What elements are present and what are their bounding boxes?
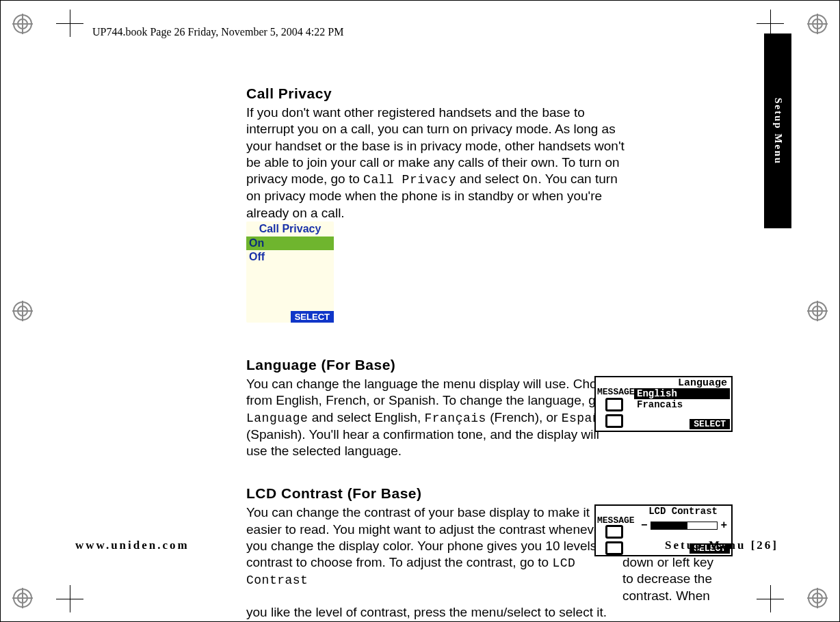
option-on: On [246,236,334,250]
screen-title: Language [678,377,727,389]
contrast-fill [651,522,687,529]
section-language: Language (For Base) You can change the l… [246,357,729,459]
contrast-track [651,522,718,530]
plus-icon: + [720,519,727,532]
screen-language: Language MESSAGE English Francais SELECT [594,376,733,432]
register-target-icon [807,301,828,321]
page-footer: www.uniden.com Setup Menu [26] [75,539,778,552]
register-target-icon [12,301,33,321]
screen-title: LCD Contrast [648,506,718,517]
register-target-icon [807,14,828,34]
message-icon-label: MESSAGE [597,515,635,526]
menu-ref-language: Language [246,411,308,425]
screen-title: Call Privacy [246,221,334,236]
minus-icon: − [641,519,648,532]
paragraph-call-privacy: If you don't want other registered hands… [246,105,633,221]
screen-call-privacy: Call Privacy On Off SELECT [246,221,334,331]
option-francais: Francais [634,399,730,410]
heading-lcd-contrast: LCD Contrast (For Base) [246,485,729,502]
footer-url: www.uniden.com [75,539,189,552]
option-off: Off [246,250,334,264]
tape-icon [605,398,626,427]
document-header: UP744.book Page 26 Friday, November 5, 2… [92,26,343,38]
menu-ref-francais: Français [424,411,486,425]
message-icon-label: MESSAGE [597,387,635,397]
section-tab: Setup Menu [764,33,791,228]
menu-ref-call-privacy: Call Privacy [363,173,456,187]
crop-mark-icon [757,585,784,612]
register-target-icon [12,588,33,608]
select-button-label: SELECT [690,419,730,429]
heading-call-privacy: Call Privacy [246,85,729,102]
section-call-privacy: Call Privacy If you don't want other reg… [246,85,729,331]
option-english: English [634,388,730,399]
crop-mark-icon [56,585,83,612]
crop-mark-icon [56,10,83,37]
select-button-label: SELECT [291,311,334,323]
contrast-bar: − + [641,519,727,532]
footer-section-page: Setup Menu [26] [665,539,778,552]
menu-ref-on: On [523,173,538,187]
section-lcd-contrast: LCD Contrast (For Base) You can change t… [246,485,729,621]
section-tab-label: Setup Menu [772,98,784,165]
register-target-icon [12,14,33,34]
crop-mark-icon [757,10,784,37]
heading-language: Language (For Base) [246,357,729,373]
paragraph-language: You can change the language the menu dis… [246,376,622,459]
register-target-icon [807,588,828,608]
